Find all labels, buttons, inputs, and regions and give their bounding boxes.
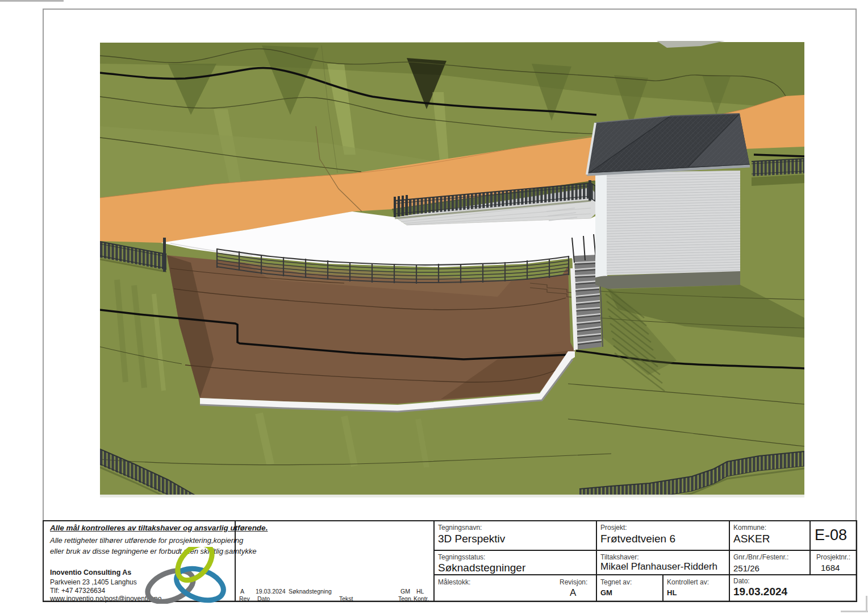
revision-rev-value: A	[240, 588, 244, 595]
tb-col-2	[729, 521, 730, 601]
page-shadow-bottom	[841, 611, 868, 612]
checked-by-label: Kontrollert av:	[667, 578, 709, 586]
divider-rev-box	[433, 521, 435, 601]
drawn-by-label: Tegnet av:	[600, 578, 632, 586]
scale-label: Målestokk:	[438, 578, 470, 586]
page-shadow-right	[866, 596, 867, 612]
tb-col-1	[596, 521, 597, 601]
status-value: Søknadstegninger	[438, 562, 525, 574]
project-no-label: Prosjektnr.:	[816, 553, 850, 561]
render-bottom-edge	[100, 495, 804, 497]
tb-col-3	[809, 521, 811, 575]
client-value: Mikael Pfanhauser-Ridderh	[600, 561, 717, 572]
revision-text-value: Søknadstegning	[289, 588, 332, 595]
divider-left-box	[235, 521, 236, 601]
band-border-top	[43, 520, 857, 521]
project-value: Frøtvedtveien 6	[600, 533, 675, 545]
project-no-value: 1684	[821, 563, 840, 572]
status-label: Tegningsstatus:	[438, 553, 485, 561]
company-name: Inoventio Consulting As	[50, 569, 131, 576]
hip-roof	[587, 114, 750, 175]
band-border-right	[856, 520, 857, 602]
client-label: Tiltakshaver:	[600, 553, 639, 561]
revision-checked-label: Kontr.	[414, 595, 429, 602]
drawn-by-value: GM	[600, 588, 612, 597]
revision-text-label: Tekst	[339, 595, 353, 602]
disclaimer-line-1: Alle mål kontrolleres av tiltakshaver og…	[50, 524, 268, 532]
disclaimer-line-2: Alle rettigheter tilhører utførende for …	[50, 536, 243, 545]
corner-board	[595, 172, 607, 277]
drawing-name-label: Tegningsnavn:	[438, 524, 482, 532]
revision-date-value: 19.03.2024	[256, 588, 286, 595]
revision-rev-label: Rev	[239, 595, 250, 602]
inoventio-logo	[143, 547, 228, 604]
date-label: Dato:	[733, 577, 750, 585]
drawing-sheet-screenshot: { "disclaimer": { "line1": "Alle mål kon…	[0, 0, 868, 614]
gnr-label: Gnr./Bnr./Festenr.:	[733, 553, 788, 561]
project-label: Prosjekt:	[600, 524, 627, 532]
house	[587, 114, 750, 289]
date-value: 19.03.2024	[733, 586, 787, 598]
site-3d-view	[100, 41, 804, 497]
municipality-value: ASKER	[733, 533, 770, 545]
band-border-left	[43, 520, 44, 602]
company-address: Parkveien 23 ,1405 Langhus	[50, 578, 137, 586]
tb-row-2	[433, 574, 857, 575]
sheet-code: E-08	[815, 526, 847, 544]
municipality-label: Kommune:	[733, 524, 766, 532]
drawing-name-value: 3D Perspektiv	[438, 533, 505, 545]
fence-east	[752, 159, 804, 186]
revision-label: Revisjon:	[560, 578, 587, 586]
registered-trademark: ®	[224, 549, 228, 556]
revision-checked-value: HL	[416, 588, 424, 595]
window-edge-artifact	[0, 0, 64, 2]
company-phone: Tlf: +47 47326634	[50, 587, 105, 595]
revision-date-label: Dato	[257, 595, 270, 602]
revision-drawn-label: Tegn.	[398, 595, 413, 602]
tb-col-r3	[662, 575, 663, 601]
gnr-value: 251/26	[733, 563, 760, 573]
tb-row-1	[433, 550, 857, 551]
revision-value: A	[570, 587, 576, 599]
revision-drawn-value: GM	[400, 588, 410, 595]
checked-by-value: HL	[667, 588, 677, 597]
